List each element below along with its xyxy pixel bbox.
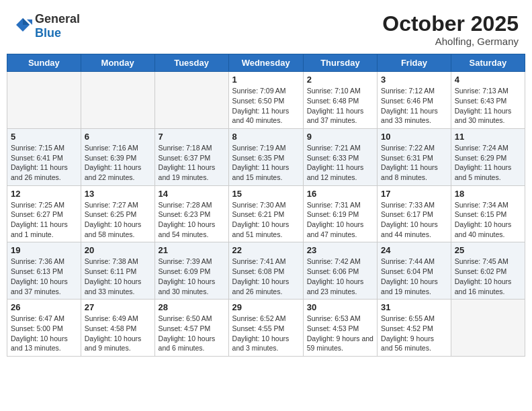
day-number: 22 <box>232 245 300 255</box>
calendar-header-friday: Friday <box>378 54 451 72</box>
day-detail: Sunrise: 7:22 AM Sunset: 6:31 PM Dayligh… <box>381 143 447 183</box>
calendar-cell: 18Sunrise: 7:34 AM Sunset: 6:15 PM Dayli… <box>451 185 525 242</box>
calendar-week-2: 5Sunrise: 7:15 AM Sunset: 6:41 PM Daylig… <box>7 128 525 185</box>
day-detail: Sunrise: 7:12 AM Sunset: 6:46 PM Dayligh… <box>381 86 447 126</box>
calendar-cell: 29Sunrise: 6:52 AM Sunset: 4:55 PM Dayli… <box>228 300 303 357</box>
calendar-table: SundayMondayTuesdayWednesdayThursdayFrid… <box>7 54 525 357</box>
calendar-cell: 10Sunrise: 7:22 AM Sunset: 6:31 PM Dayli… <box>378 128 451 185</box>
day-number: 24 <box>381 245 447 255</box>
calendar-cell <box>451 300 525 357</box>
location: Aholfing, Germany <box>382 36 519 47</box>
day-number: 4 <box>455 75 521 85</box>
day-number: 28 <box>159 302 225 312</box>
calendar-cell <box>7 72 81 129</box>
day-number: 8 <box>232 132 300 142</box>
calendar-cell: 2Sunrise: 7:10 AM Sunset: 6:48 PM Daylig… <box>303 72 377 129</box>
calendar-cell: 14Sunrise: 7:28 AM Sunset: 6:23 PM Dayli… <box>154 185 228 242</box>
calendar-header-monday: Monday <box>81 54 154 72</box>
calendar-cell: 27Sunrise: 6:49 AM Sunset: 4:58 PM Dayli… <box>81 300 154 357</box>
calendar-cell: 24Sunrise: 7:44 AM Sunset: 6:04 PM Dayli… <box>378 242 451 300</box>
day-number: 25 <box>455 245 521 255</box>
day-number: 17 <box>381 189 447 199</box>
calendar-cell: 31Sunrise: 6:55 AM Sunset: 4:52 PM Dayli… <box>378 300 451 357</box>
day-number: 3 <box>381 75 447 85</box>
day-detail: Sunrise: 7:33 AM Sunset: 6:17 PM Dayligh… <box>381 200 447 240</box>
day-detail: Sunrise: 7:31 AM Sunset: 6:19 PM Dayligh… <box>307 200 373 240</box>
calendar-cell: 11Sunrise: 7:24 AM Sunset: 6:29 PM Dayli… <box>451 128 525 185</box>
calendar-week-3: 12Sunrise: 7:25 AM Sunset: 6:27 PM Dayli… <box>7 185 525 242</box>
month-title: October 2025 <box>382 12 519 36</box>
day-detail: Sunrise: 7:21 AM Sunset: 6:33 PM Dayligh… <box>307 143 373 183</box>
day-number: 29 <box>232 302 300 312</box>
day-number: 12 <box>11 189 77 199</box>
calendar-cell: 7Sunrise: 7:18 AM Sunset: 6:37 PM Daylig… <box>154 128 228 185</box>
calendar-cell: 16Sunrise: 7:31 AM Sunset: 6:19 PM Dayli… <box>303 185 377 242</box>
day-number: 5 <box>11 132 77 142</box>
page-header: General Blue October 2025 Aholfing, Germ… <box>7 7 525 50</box>
day-detail: Sunrise: 7:39 AM Sunset: 6:09 PM Dayligh… <box>159 257 225 296</box>
day-detail: Sunrise: 7:15 AM Sunset: 6:41 PM Dayligh… <box>11 143 77 183</box>
logo-general: General <box>35 12 80 26</box>
day-detail: Sunrise: 7:18 AM Sunset: 6:37 PM Dayligh… <box>159 143 225 183</box>
day-detail: Sunrise: 6:50 AM Sunset: 4:57 PM Dayligh… <box>159 314 225 353</box>
calendar-cell: 4Sunrise: 7:13 AM Sunset: 6:43 PM Daylig… <box>451 72 525 129</box>
calendar-cell: 17Sunrise: 7:33 AM Sunset: 6:17 PM Dayli… <box>378 185 451 242</box>
day-number: 15 <box>232 189 300 199</box>
logo-blue: Blue <box>35 26 61 40</box>
day-detail: Sunrise: 7:45 AM Sunset: 6:02 PM Dayligh… <box>455 257 521 296</box>
calendar-cell: 19Sunrise: 7:36 AM Sunset: 6:13 PM Dayli… <box>7 242 81 300</box>
day-detail: Sunrise: 7:27 AM Sunset: 6:25 PM Dayligh… <box>85 200 151 240</box>
day-number: 1 <box>232 75 300 85</box>
day-number: 16 <box>307 189 373 199</box>
day-number: 9 <box>307 132 373 142</box>
day-detail: Sunrise: 6:49 AM Sunset: 4:58 PM Dayligh… <box>85 314 151 353</box>
calendar-cell: 1Sunrise: 7:09 AM Sunset: 6:50 PM Daylig… <box>228 72 303 129</box>
logo: General Blue <box>13 12 80 40</box>
calendar-cell: 9Sunrise: 7:21 AM Sunset: 6:33 PM Daylig… <box>303 128 377 185</box>
calendar-header-saturday: Saturday <box>451 54 525 72</box>
day-number: 6 <box>85 132 151 142</box>
day-detail: Sunrise: 7:42 AM Sunset: 6:06 PM Dayligh… <box>307 257 373 296</box>
calendar-header-wednesday: Wednesday <box>228 54 303 72</box>
calendar-cell: 8Sunrise: 7:19 AM Sunset: 6:35 PM Daylig… <box>228 128 303 185</box>
day-detail: Sunrise: 7:41 AM Sunset: 6:08 PM Dayligh… <box>232 257 300 296</box>
calendar-cell: 30Sunrise: 6:53 AM Sunset: 4:53 PM Dayli… <box>303 300 377 357</box>
day-detail: Sunrise: 7:16 AM Sunset: 6:39 PM Dayligh… <box>85 143 151 183</box>
day-detail: Sunrise: 7:38 AM Sunset: 6:11 PM Dayligh… <box>85 257 151 296</box>
day-number: 11 <box>455 132 521 142</box>
logo-text: General Blue <box>35 12 80 40</box>
calendar-cell: 3Sunrise: 7:12 AM Sunset: 6:46 PM Daylig… <box>378 72 451 129</box>
svg-marker-1 <box>23 18 30 25</box>
day-detail: Sunrise: 7:19 AM Sunset: 6:35 PM Dayligh… <box>232 143 300 183</box>
calendar-cell: 25Sunrise: 7:45 AM Sunset: 6:02 PM Dayli… <box>451 242 525 300</box>
day-number: 30 <box>307 302 373 312</box>
day-detail: Sunrise: 7:25 AM Sunset: 6:27 PM Dayligh… <box>11 200 77 240</box>
calendar-cell: 26Sunrise: 6:47 AM Sunset: 5:00 PM Dayli… <box>7 300 81 357</box>
day-number: 18 <box>455 189 521 199</box>
day-detail: Sunrise: 7:36 AM Sunset: 6:13 PM Dayligh… <box>11 257 77 296</box>
day-detail: Sunrise: 7:24 AM Sunset: 6:29 PM Dayligh… <box>455 143 521 183</box>
day-number: 26 <box>11 302 77 312</box>
calendar-cell: 22Sunrise: 7:41 AM Sunset: 6:08 PM Dayli… <box>228 242 303 300</box>
calendar-cell: 15Sunrise: 7:30 AM Sunset: 6:21 PM Dayli… <box>228 185 303 242</box>
calendar-cell: 28Sunrise: 6:50 AM Sunset: 4:57 PM Dayli… <box>154 300 228 357</box>
day-detail: Sunrise: 6:53 AM Sunset: 4:53 PM Dayligh… <box>307 314 373 353</box>
day-number: 21 <box>159 245 225 255</box>
day-detail: Sunrise: 6:52 AM Sunset: 4:55 PM Dayligh… <box>232 314 300 353</box>
day-detail: Sunrise: 6:55 AM Sunset: 4:52 PM Dayligh… <box>381 314 447 353</box>
day-number: 27 <box>85 302 151 312</box>
calendar-cell: 13Sunrise: 7:27 AM Sunset: 6:25 PM Dayli… <box>81 185 154 242</box>
calendar-cell: 5Sunrise: 7:15 AM Sunset: 6:41 PM Daylig… <box>7 128 81 185</box>
calendar-week-4: 19Sunrise: 7:36 AM Sunset: 6:13 PM Dayli… <box>7 242 525 300</box>
day-detail: Sunrise: 7:30 AM Sunset: 6:21 PM Dayligh… <box>232 200 300 240</box>
day-detail: Sunrise: 6:47 AM Sunset: 5:00 PM Dayligh… <box>11 314 77 353</box>
day-number: 20 <box>85 245 151 255</box>
calendar-cell: 21Sunrise: 7:39 AM Sunset: 6:09 PM Dayli… <box>154 242 228 300</box>
calendar-cell: 12Sunrise: 7:25 AM Sunset: 6:27 PM Dayli… <box>7 185 81 242</box>
day-number: 2 <box>307 75 373 85</box>
calendar-header-thursday: Thursday <box>303 54 377 72</box>
day-number: 7 <box>159 132 225 142</box>
day-detail: Sunrise: 7:34 AM Sunset: 6:15 PM Dayligh… <box>455 200 521 240</box>
calendar-week-1: 1Sunrise: 7:09 AM Sunset: 6:50 PM Daylig… <box>7 72 525 129</box>
day-number: 19 <box>11 245 77 255</box>
